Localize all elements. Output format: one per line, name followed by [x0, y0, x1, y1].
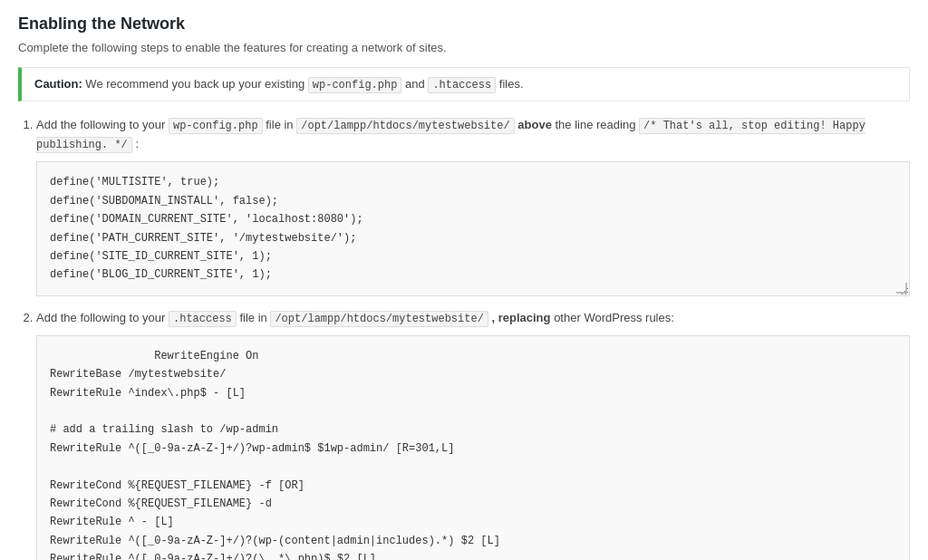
step-1-code-wrapper: define('MULTISITE', true); define('SUBDO…: [36, 161, 910, 295]
caution-file1: wp-config.php: [308, 77, 402, 93]
step-1-bold: above: [517, 118, 552, 131]
caution-box: Caution: We recommend you back up your e…: [18, 67, 910, 101]
step-2-path: /opt/lampp/htdocs/mytestwebsite/: [270, 311, 488, 327]
caution-text-before: We recommend you back up your existing: [85, 77, 304, 91]
caution-text-middle: and: [405, 77, 425, 91]
step-2-code: RewriteEngine On RewriteBase /mytestwebs…: [36, 335, 910, 560]
caution-label: Caution:: [34, 77, 82, 91]
caution-file2: .htaccess: [428, 77, 496, 93]
step-1-text-after: the line reading: [556, 118, 636, 131]
step-1-text-before: Add the following to your: [36, 118, 165, 131]
page-title: Enabling the Network: [18, 14, 910, 34]
page-wrapper: Enabling the Network Complete the follow…: [0, 0, 928, 560]
step-2-code-wrapper: RewriteEngine On RewriteBase /mytestwebs…: [36, 335, 910, 560]
steps-list: Add the following to your wp-config.php …: [18, 116, 910, 560]
caution-text-after: files.: [499, 77, 524, 91]
step-2-text-after: other WordPress rules:: [554, 311, 674, 324]
step-1-description: Add the following to your wp-config.php …: [36, 116, 910, 154]
step-1-text-middle: file in: [266, 118, 293, 131]
step-1-end: :: [135, 137, 139, 150]
step-2-text-before: Add the following to your: [36, 311, 165, 324]
step-1-file: wp-config.php: [169, 118, 263, 134]
step-2: Add the following to your .htaccess file…: [36, 309, 910, 560]
step-2-bold: , replacing: [491, 311, 550, 324]
step-1: Add the following to your wp-config.php …: [36, 116, 910, 296]
step-1-code: define('MULTISITE', true); define('SUBDO…: [36, 161, 910, 295]
step-2-text-middle: file in: [239, 311, 266, 324]
step-2-description: Add the following to your .htaccess file…: [36, 309, 910, 328]
step-2-file: .htaccess: [169, 311, 237, 327]
step-1-path: /opt/lampp/htdocs/mytestwebsite/: [296, 118, 514, 134]
intro-text: Complete the following steps to enable t…: [18, 41, 910, 54]
